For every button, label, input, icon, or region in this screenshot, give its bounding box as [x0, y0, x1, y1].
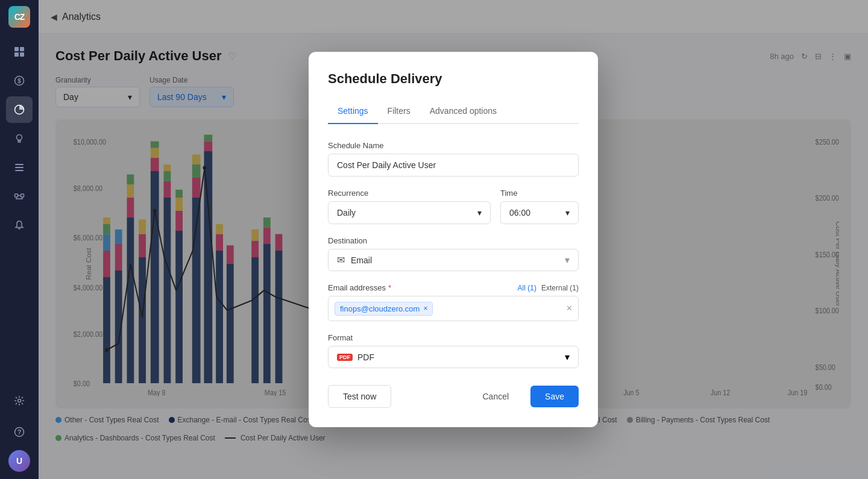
footer-btn-group: Cancel Save	[468, 386, 579, 407]
app-logo[interactable]: CZ	[0, 0, 39, 34]
required-indicator: *	[388, 283, 391, 292]
svg-text:$: $	[17, 78, 21, 84]
format-label: Format	[328, 333, 579, 342]
sidebar-item-analytics[interactable]	[6, 96, 33, 123]
save-button[interactable]: Save	[530, 386, 579, 407]
destination-value: Email	[351, 255, 565, 265]
time-field: Time 06:00 ▾	[500, 189, 579, 224]
destination-label: Destination	[328, 236, 579, 245]
main-content: ◀ Analytics Cost Per Daily Active User ♡…	[39, 0, 868, 479]
recurrence-time-row: Recurrence Daily ▾ Time 06:00 ▾	[328, 189, 579, 236]
integration-icon	[14, 191, 25, 202]
sidebar-item-reports[interactable]	[6, 154, 33, 181]
chevron-down-icon: ▾	[565, 351, 570, 363]
destination-field: Destination ✉ Email ▾	[328, 236, 579, 271]
recurrence-select[interactable]: Daily ▾	[328, 201, 491, 224]
recurrence-label: Recurrence	[328, 189, 491, 198]
modal-tabs: Settings Filters Advanced options	[328, 101, 579, 124]
chevron-down-icon: ▾	[565, 254, 570, 266]
lightbulb-icon	[14, 133, 25, 144]
svg-rect-9	[15, 167, 24, 168]
tab-settings[interactable]: Settings	[328, 101, 378, 124]
logo-badge: CZ	[8, 6, 30, 28]
time-value: 06:00	[509, 208, 530, 218]
cancel-button[interactable]: Cancel	[468, 386, 523, 407]
modal-title: Schedule Delivery	[328, 71, 579, 87]
email-tag-container[interactable]: finops@cloudzero.com × ×	[328, 296, 579, 321]
dollar-icon: $	[14, 75, 25, 86]
email-addresses-header: Email addresses * All (1) External (1)	[328, 283, 579, 292]
help-icon: ?	[14, 427, 25, 437]
sidebar-nav: $	[0, 34, 39, 387]
chevron-down-icon: ▾	[477, 208, 482, 218]
svg-rect-11	[15, 194, 18, 197]
svg-text:?: ?	[17, 428, 22, 436]
sidebar-item-alerts[interactable]	[6, 212, 33, 239]
recurrence-field: Recurrence Daily ▾	[328, 189, 491, 224]
schedule-name-label: Schedule Name	[328, 141, 579, 150]
modal-overlay: Schedule Delivery Settings Filters Advan…	[39, 0, 868, 479]
svg-point-13	[18, 399, 21, 402]
sidebar-item-grid[interactable]	[6, 39, 33, 65]
svg-rect-1	[20, 47, 24, 51]
format-select[interactable]: PDF PDF ▾	[328, 346, 579, 368]
grid-icon	[14, 46, 25, 57]
bell-icon	[14, 220, 25, 231]
svg-rect-3	[20, 52, 24, 57]
svg-rect-2	[14, 52, 19, 57]
gear-icon	[14, 395, 25, 406]
time-label: Time	[500, 189, 579, 198]
sidebar-item-billing[interactable]: $	[6, 67, 33, 94]
sidebar-item-insights[interactable]	[6, 125, 33, 152]
chevron-down-icon: ▾	[565, 208, 570, 218]
email-count-links: All (1) External (1)	[518, 284, 579, 292]
sidebar-bottom: ? U	[6, 387, 33, 479]
tab-filters[interactable]: Filters	[378, 101, 420, 124]
pdf-icon: PDF	[337, 354, 353, 361]
svg-point-7	[17, 135, 22, 140]
modal-footer: Test now Cancel Save	[328, 385, 579, 408]
user-avatar[interactable]: U	[8, 450, 30, 472]
sidebar-item-settings[interactable]	[6, 387, 33, 414]
sidebar-item-help[interactable]: ?	[6, 419, 33, 445]
all-emails-link[interactable]: All (1)	[518, 284, 536, 292]
clear-all-emails-button[interactable]: ×	[567, 303, 572, 314]
email-icon: ✉	[337, 254, 345, 266]
tab-advanced-options[interactable]: Advanced options	[420, 101, 506, 124]
svg-rect-10	[15, 170, 24, 171]
email-tag: finops@cloudzero.com ×	[335, 302, 433, 316]
sidebar-item-integrations[interactable]	[6, 183, 33, 210]
time-select[interactable]: 06:00 ▾	[500, 201, 579, 224]
format-field: Format PDF PDF ▾	[328, 333, 579, 368]
svg-rect-0	[14, 47, 19, 51]
email-tag-value: finops@cloudzero.com	[340, 304, 420, 313]
svg-rect-12	[21, 194, 24, 197]
schedule-name-input[interactable]	[328, 154, 579, 177]
chart-icon	[14, 104, 25, 115]
destination-select[interactable]: ✉ Email ▾	[328, 249, 579, 271]
test-now-button[interactable]: Test now	[328, 385, 391, 408]
recurrence-value: Daily	[337, 208, 356, 218]
schedule-name-field: Schedule Name	[328, 141, 579, 177]
svg-rect-8	[15, 164, 24, 165]
email-remove-icon[interactable]: ×	[423, 304, 427, 313]
sidebar: CZ $	[0, 0, 39, 479]
external-emails-link[interactable]: External (1)	[541, 284, 579, 292]
schedule-delivery-modal: Schedule Delivery Settings Filters Advan…	[309, 52, 598, 427]
email-addresses-label: Email addresses *	[328, 283, 391, 292]
format-value: PDF	[357, 352, 565, 362]
email-addresses-field: Email addresses * All (1) External (1)	[328, 283, 579, 321]
list-icon	[14, 162, 25, 173]
